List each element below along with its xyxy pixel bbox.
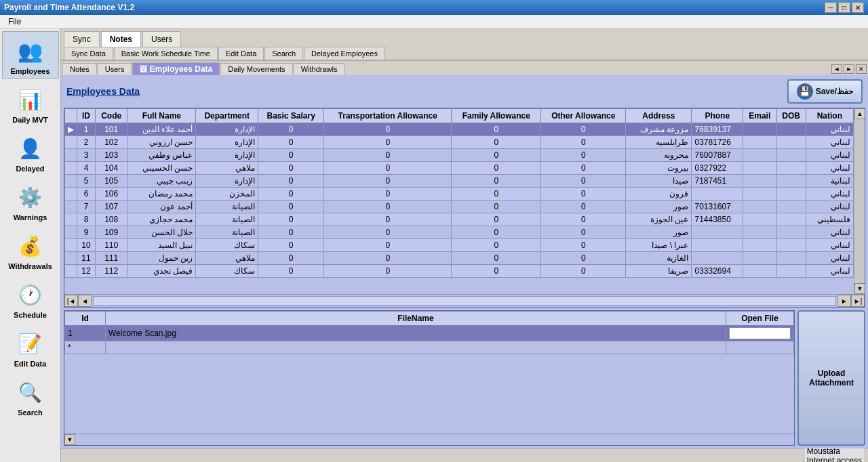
sidebar-item-search[interactable]: 🔍 Search — [2, 373, 59, 420]
row-indicator — [65, 239, 77, 252]
mdi-tab-users[interactable]: Users — [98, 63, 132, 75]
scroll-up-btn[interactable]: ▲ — [854, 108, 865, 119]
cell-dob — [776, 136, 806, 149]
cell-dob — [776, 265, 806, 278]
tab-sync[interactable]: Sync — [64, 31, 100, 47]
daily-mvt-icon: 📊 — [14, 83, 47, 116]
cell-transport: 0 — [324, 162, 452, 175]
table-row[interactable]: 5 105 زينب جيبي الإدارة 0 0 0 0 صيدا 718… — [65, 175, 854, 188]
maximize-button[interactable]: □ — [838, 2, 850, 13]
table-row[interactable]: 11 111 زين حمول ملاهي 0 0 0 0 الغازية لب… — [65, 252, 854, 265]
main-vscroll[interactable]: ▲ ▼ — [854, 108, 865, 294]
cell-transport: 0 — [324, 123, 452, 136]
subtab-delayed[interactable]: Delayed Employees — [304, 47, 385, 60]
main-table-scroll[interactable]: ID Code Full Name Department Basic Salar… — [64, 108, 854, 294]
window-content: Employees Data 💾 Save/حفظ — [61, 75, 868, 448]
table-row[interactable]: 9 109 جلال الحسن الصيانة 0 0 0 0 صور لبن… — [65, 226, 854, 239]
subtab-basic-work[interactable]: Basic Work Schedule Time — [114, 47, 218, 60]
tab-notes[interactable]: Notes — [101, 31, 141, 47]
mdi-tab-notes[interactable]: Notes — [62, 63, 97, 75]
cell-dept: سكاك — [196, 239, 258, 252]
mdi-close[interactable]: ✕ — [856, 64, 867, 74]
table-row[interactable]: 3 103 عباس وطفي الإدارة 0 0 0 0 محرونه 7… — [65, 149, 854, 162]
table-row[interactable]: 4 104 حسن الحسيني ملاهي 0 0 0 0 بيروت 03… — [65, 162, 854, 175]
cell-email — [743, 162, 776, 175]
cell-other: 0 — [541, 213, 626, 226]
table-row[interactable]: 6 106 محمد رمضان المخزن 0 0 0 0 فرون لبن… — [65, 188, 854, 201]
sidebar-item-edit-data[interactable]: 📝 Edit Data — [2, 324, 59, 371]
sidebar-delayed-label: Delayed — [16, 165, 44, 173]
cell-address: مزرعة مشرف — [626, 123, 692, 136]
sidebar-item-schedule[interactable]: 🕐 Schedule — [2, 275, 59, 322]
cell-other: 0 — [541, 226, 626, 239]
mdi-tab-daily-movements[interactable]: Daily Movements — [220, 63, 292, 75]
close-button[interactable]: ✕ — [852, 2, 864, 13]
mdi-tab-withdrawls[interactable]: Withdrawls — [294, 63, 345, 75]
open-file-input[interactable] — [729, 327, 791, 339]
file-menu[interactable]: File — [3, 16, 26, 28]
cell-address: محرونه — [626, 149, 692, 162]
cell-dept: الإدارة — [196, 175, 258, 188]
cell-dept: ملاهي — [196, 162, 258, 175]
cell-nation: لبناني — [806, 149, 853, 162]
table-row[interactable]: ▶ 1 101 أحمد علاء الدين الإدارة 0 0 0 0 … — [65, 123, 854, 136]
table-row[interactable]: 10 110 نبيل السيد سكاك 0 0 0 0 عبرا \ صي… — [65, 239, 854, 252]
page-title[interactable]: Employees Data — [66, 86, 140, 97]
cell-id: 4 — [77, 162, 96, 175]
cell-family: 0 — [452, 188, 541, 201]
cell-basic: 0 — [258, 201, 324, 213]
cell-phone: 03332694 — [692, 265, 743, 278]
save-button[interactable]: 💾 Save/حفظ — [787, 79, 863, 104]
nav-next[interactable]: ► — [837, 295, 851, 307]
subtab-edit-data[interactable]: Edit Data — [218, 47, 264, 60]
mdi-tab-employees-data[interactable]: 🖼 Employees Data — [132, 62, 220, 75]
nav-first[interactable]: |◄ — [64, 295, 78, 307]
cell-nation: لبناني — [806, 188, 853, 201]
cell-email — [743, 188, 776, 201]
row-indicator — [65, 149, 77, 162]
col-id: ID — [77, 109, 96, 123]
att-scroll-down[interactable]: ▼ — [64, 434, 75, 445]
cell-transport: 0 — [324, 265, 452, 278]
cell-family: 0 — [452, 252, 541, 265]
col-transport: Transportation Allowance — [324, 109, 452, 123]
cell-family: 0 — [452, 175, 541, 188]
tab-users[interactable]: Users — [142, 31, 181, 47]
table-row[interactable]: 12 112 فيصل نجدي سكاك 0 0 0 0 صريفا 0333… — [65, 265, 854, 278]
cell-name: حسن الحسيني — [127, 162, 196, 175]
mdi-scroll-left[interactable]: ◄ — [831, 64, 842, 74]
mdi-scroll-right[interactable]: ► — [844, 64, 854, 74]
cell-email — [743, 201, 776, 213]
attachment-table: Id FileName Open File 1 Welcome Scan.jpg — [64, 311, 794, 354]
upload-attachment-button[interactable]: Upload Attachment — [797, 310, 865, 446]
mdi-tabs: Notes Users 🖼 Employees Data Daily Movem… — [61, 61, 868, 75]
cell-nation: لبناني — [806, 239, 853, 252]
sidebar-item-withdrawals[interactable]: 💰 Withdrawals — [2, 226, 59, 274]
cell-code: 106 — [96, 188, 127, 201]
sidebar-schedule-label: Schedule — [14, 311, 47, 319]
subtab-search[interactable]: Search — [264, 47, 303, 60]
cell-family: 0 — [452, 123, 541, 136]
cell-phone: 03781726 — [692, 136, 743, 149]
cell-phone: 7187451 — [692, 175, 743, 188]
nav-prev[interactable]: ◄ — [78, 295, 92, 307]
sidebar-item-warnings[interactable]: ⚙️ Warnings — [2, 177, 59, 225]
cell-name: أحمد عون — [127, 201, 196, 213]
attachment-row[interactable]: 1 Welcome Scan.jpg — [65, 326, 794, 341]
sidebar-item-daily-mvt[interactable]: 📊 Daily MVT — [2, 80, 59, 127]
cell-id: 11 — [77, 252, 96, 265]
row-indicator — [65, 213, 77, 226]
col-address: Address — [626, 109, 692, 123]
subtab-sync-data[interactable]: Sync Data — [64, 47, 113, 60]
table-row[interactable]: 8 108 محمد حجازي الصيانة 0 0 0 0 عين الج… — [65, 213, 854, 226]
nav-last[interactable]: ►| — [851, 295, 865, 307]
cell-code: 111 — [96, 252, 127, 265]
scroll-down-btn[interactable]: ▼ — [854, 283, 865, 294]
table-row[interactable]: 2 102 حسن ارزوني الإدارة 0 0 0 0 طرابلسي… — [65, 136, 854, 149]
sidebar-item-employees[interactable]: 👥 Employees — [2, 31, 59, 79]
col-nation: Nation — [806, 109, 853, 123]
table-row[interactable]: 7 107 أحمد عون الصيانة 0 0 0 0 صور 70131… — [65, 201, 854, 213]
sidebar-item-delayed[interactable]: 👤 Delayed — [2, 129, 59, 176]
cell-id: 2 — [77, 136, 96, 149]
minimize-button[interactable]: ─ — [825, 2, 837, 13]
